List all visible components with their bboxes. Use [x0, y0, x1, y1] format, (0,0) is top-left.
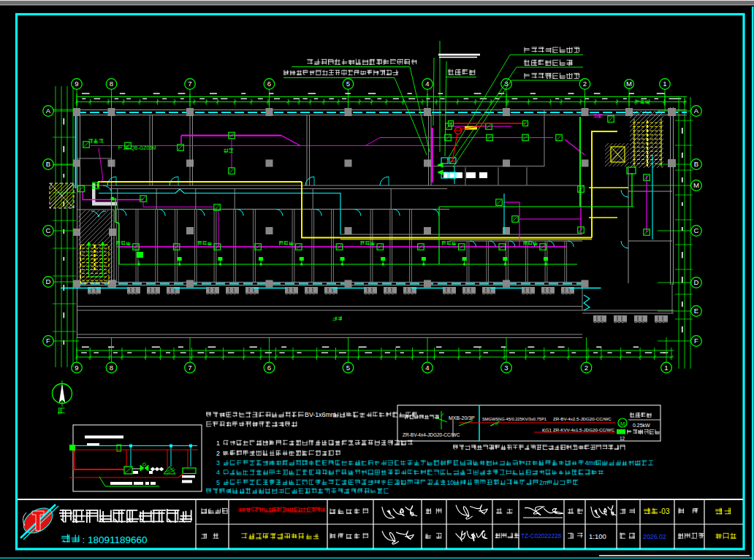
- svg-text:9: 9: [75, 364, 78, 372]
- svg-text:M: M: [693, 181, 699, 189]
- svg-text:C: C: [694, 226, 699, 234]
- svg-text:4: 4: [425, 364, 429, 372]
- svg-text:5: 5: [346, 80, 350, 88]
- svg-text:5: 5: [216, 479, 220, 486]
- svg-text:1:100: 1:100: [589, 532, 606, 540]
- svg-text:SMGWSNG-45/0.225KV/3x0.75P1: SMGWSNG-45/0.225KV/3x0.75P1: [482, 417, 547, 421]
- svg-text:B: B: [694, 160, 698, 168]
- svg-text:ZR-KVV-4x1.5-JDG20-CC/WC: ZR-KVV-4x1.5-JDG20-CC/WC: [553, 427, 614, 432]
- svg-text:BV-1x6mm: BV-1x6mm: [305, 411, 336, 418]
- svg-text:D: D: [694, 278, 699, 286]
- svg-text:8: 8: [110, 80, 113, 88]
- svg-text:6: 6: [267, 364, 271, 372]
- svg-text:TZ-C02022228: TZ-C02022228: [521, 533, 562, 540]
- svg-text:10: 10: [446, 479, 454, 486]
- svg-text:E: E: [694, 307, 698, 315]
- svg-text:F: F: [694, 337, 698, 345]
- svg-text:1: 1: [664, 364, 668, 372]
- svg-text:-03: -03: [659, 507, 670, 515]
- svg-text:6: 6: [267, 80, 271, 88]
- svg-text:2026.02: 2026.02: [643, 533, 666, 540]
- svg-text:MXB-20/3P: MXB-20/3P: [449, 415, 475, 421]
- svg-text:4: 4: [216, 469, 220, 476]
- svg-text:M: M: [620, 421, 625, 427]
- svg-text:0.25kW: 0.25kW: [633, 423, 650, 428]
- svg-text:1: 1: [216, 440, 220, 447]
- svg-text:JB-QB-GZ03M: JB-QB-GZ03M: [123, 145, 156, 151]
- svg-text:F: F: [46, 337, 50, 345]
- svg-text:9: 9: [75, 80, 78, 88]
- svg-text:: 18091189660: : 18091189660: [83, 534, 148, 545]
- svg-text:3: 3: [216, 459, 220, 467]
- svg-text:7: 7: [188, 80, 191, 88]
- svg-text:2: 2: [583, 80, 587, 88]
- svg-text:B: B: [46, 160, 50, 168]
- svg-text:C: C: [46, 226, 51, 234]
- svg-text:12: 12: [620, 436, 625, 441]
- svg-text:A: A: [46, 107, 51, 115]
- svg-text:5: 5: [346, 364, 350, 372]
- svg-text:8: 8: [110, 364, 113, 372]
- svg-text:1: 1: [663, 80, 666, 88]
- svg-text:7: 7: [188, 364, 191, 372]
- svg-text:M: M: [626, 80, 632, 88]
- svg-text:2: 2: [584, 364, 588, 372]
- svg-text:A: A: [694, 107, 699, 115]
- svg-text:2m: 2m: [539, 479, 548, 486]
- svg-text:ZR-BV-4x4-JDG20-CC/WC: ZR-BV-4x4-JDG20-CC/WC: [403, 432, 460, 437]
- svg-text:4: 4: [425, 80, 429, 88]
- svg-text:D: D: [46, 277, 51, 285]
- svg-text:ZR-BV-4x2.5-JDG20-CC/WC: ZR-BV-4x2.5-JDG20-CC/WC: [553, 416, 612, 421]
- svg-text:2: 2: [216, 450, 220, 457]
- svg-text:3: 3: [504, 364, 508, 372]
